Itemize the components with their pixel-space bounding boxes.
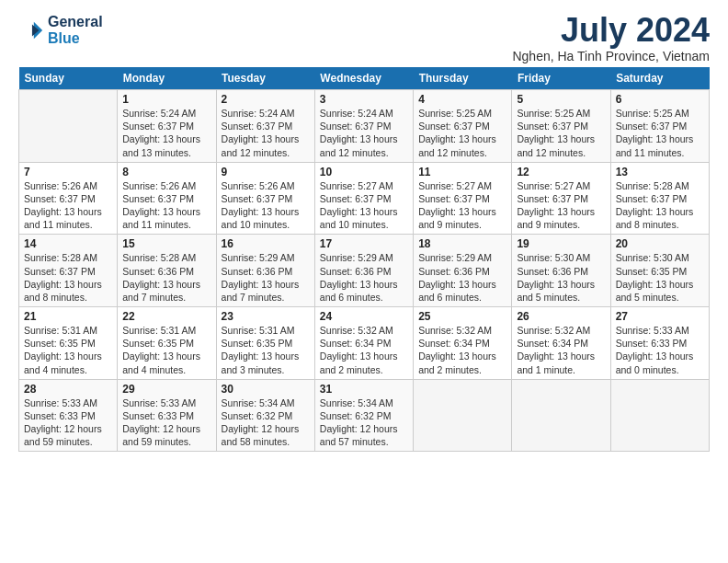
day-info: Sunrise: 5:32 AMSunset: 6:34 PMDaylight:… [517,325,595,375]
day-number: 13 [616,166,704,178]
day-number: 25 [418,310,506,323]
calendar-cell: 6 Sunrise: 5:25 AMSunset: 6:37 PMDayligh… [610,90,709,163]
calendar-week-1: 1 Sunrise: 5:24 AMSunset: 6:37 PMDayligh… [19,90,710,163]
calendar-cell: 2 Sunrise: 5:24 AMSunset: 6:37 PMDayligh… [216,90,314,163]
logo: General Blue [18,14,103,47]
day-info: Sunrise: 5:24 AMSunset: 6:37 PMDaylight:… [122,108,200,158]
day-info: Sunrise: 5:27 AMSunset: 6:37 PMDaylight:… [517,180,595,231]
calendar-cell [610,379,709,452]
calendar-cell: 31 Sunrise: 5:34 AMSunset: 6:32 PMDaylig… [314,379,413,452]
calendar-table: SundayMondayTuesdayWednesdayThursdayFrid… [18,67,710,452]
day-number: 7 [24,166,112,178]
day-number: 11 [418,166,506,178]
calendar-cell [512,379,610,452]
calendar-cell: 8 Sunrise: 5:26 AMSunset: 6:37 PMDayligh… [118,162,216,235]
day-number: 23 [222,310,310,323]
day-info: Sunrise: 5:33 AMSunset: 6:33 PMDaylight:… [122,397,200,448]
day-info: Sunrise: 5:33 AMSunset: 6:33 PMDaylight:… [616,325,694,375]
weekday-header-sunday: Sunday [19,67,118,90]
title-block: July 2024 Nghen, Ha Tinh Province, Vietn… [512,14,710,63]
calendar-cell: 7 Sunrise: 5:26 AMSunset: 6:37 PMDayligh… [19,162,118,235]
day-number: 5 [517,93,605,106]
calendar-cell: 22 Sunrise: 5:31 AMSunset: 6:35 PMDaylig… [118,307,216,380]
day-info: Sunrise: 5:31 AMSunset: 6:35 PMDaylight:… [222,325,300,375]
day-info: Sunrise: 5:25 AMSunset: 6:37 PMDaylight:… [418,108,496,158]
day-number: 14 [24,237,112,250]
day-number: 9 [222,166,310,178]
calendar-cell: 12 Sunrise: 5:27 AMSunset: 6:37 PMDaylig… [512,162,610,235]
calendar-cell [414,379,512,452]
day-number: 29 [122,383,210,396]
day-info: Sunrise: 5:26 AMSunset: 6:37 PMDaylight:… [122,180,200,231]
calendar-cell: 28 Sunrise: 5:33 AMSunset: 6:33 PMDaylig… [19,379,118,452]
day-info: Sunrise: 5:24 AMSunset: 6:37 PMDaylight:… [222,108,300,158]
day-number: 31 [320,383,408,396]
calendar-cell: 17 Sunrise: 5:29 AMSunset: 6:36 PMDaylig… [314,235,413,307]
calendar-cell: 13 Sunrise: 5:28 AMSunset: 6:37 PMDaylig… [610,162,709,235]
day-number: 17 [320,237,408,250]
calendar-week-2: 7 Sunrise: 5:26 AMSunset: 6:37 PMDayligh… [19,162,710,235]
day-info: Sunrise: 5:31 AMSunset: 6:35 PMDaylight:… [122,325,200,375]
day-info: Sunrise: 5:32 AMSunset: 6:34 PMDaylight:… [320,325,398,375]
weekday-header-row: SundayMondayTuesdayWednesdayThursdayFrid… [19,67,710,90]
day-info: Sunrise: 5:32 AMSunset: 6:34 PMDaylight:… [418,325,496,375]
calendar-cell: 16 Sunrise: 5:29 AMSunset: 6:36 PMDaylig… [216,235,314,307]
day-number: 8 [122,166,210,178]
day-info: Sunrise: 5:30 AMSunset: 6:35 PMDaylight:… [616,252,694,303]
day-number: 4 [418,93,506,106]
day-info: Sunrise: 5:25 AMSunset: 6:37 PMDaylight:… [616,108,694,158]
calendar-cell: 27 Sunrise: 5:33 AMSunset: 6:33 PMDaylig… [610,307,709,380]
day-number: 18 [418,237,506,250]
day-number: 30 [222,383,310,396]
day-info: Sunrise: 5:29 AMSunset: 6:36 PMDaylight:… [320,252,398,303]
calendar-week-5: 28 Sunrise: 5:33 AMSunset: 6:33 PMDaylig… [19,379,710,452]
weekday-header-thursday: Thursday [414,67,512,90]
day-info: Sunrise: 5:34 AMSunset: 6:32 PMDaylight:… [222,397,300,448]
logo-text: General Blue [48,14,103,47]
logo-icon [18,17,44,43]
calendar-cell: 18 Sunrise: 5:29 AMSunset: 6:36 PMDaylig… [414,235,512,307]
day-info: Sunrise: 5:33 AMSunset: 6:33 PMDaylight:… [24,397,102,448]
calendar-cell: 5 Sunrise: 5:25 AMSunset: 6:37 PMDayligh… [512,90,610,163]
header: General Blue July 2024 Nghen, Ha Tinh Pr… [18,14,710,63]
calendar-cell: 20 Sunrise: 5:30 AMSunset: 6:35 PMDaylig… [610,235,709,307]
calendar-cell: 14 Sunrise: 5:28 AMSunset: 6:37 PMDaylig… [19,235,118,307]
calendar-cell: 23 Sunrise: 5:31 AMSunset: 6:35 PMDaylig… [216,307,314,380]
day-info: Sunrise: 5:25 AMSunset: 6:37 PMDaylight:… [517,108,595,158]
calendar-cell: 4 Sunrise: 5:25 AMSunset: 6:37 PMDayligh… [414,90,512,163]
day-info: Sunrise: 5:26 AMSunset: 6:37 PMDaylight:… [24,180,102,231]
weekday-header-monday: Monday [118,67,216,90]
day-info: Sunrise: 5:27 AMSunset: 6:37 PMDaylight:… [320,180,398,231]
calendar-cell: 26 Sunrise: 5:32 AMSunset: 6:34 PMDaylig… [512,307,610,380]
calendar-cell [19,90,118,163]
day-number: 28 [24,383,112,396]
day-number: 10 [320,166,408,178]
page-container: General Blue July 2024 Nghen, Ha Tinh Pr… [0,0,728,461]
day-number: 20 [616,237,704,250]
calendar-cell: 9 Sunrise: 5:26 AMSunset: 6:37 PMDayligh… [216,162,314,235]
day-info: Sunrise: 5:24 AMSunset: 6:37 PMDaylight:… [320,108,398,158]
day-number: 12 [517,166,605,178]
weekday-header-wednesday: Wednesday [314,67,413,90]
day-number: 24 [320,310,408,323]
calendar-cell: 11 Sunrise: 5:27 AMSunset: 6:37 PMDaylig… [414,162,512,235]
day-number: 19 [517,237,605,250]
calendar-cell: 10 Sunrise: 5:27 AMSunset: 6:37 PMDaylig… [314,162,413,235]
day-number: 6 [616,93,704,106]
day-info: Sunrise: 5:28 AMSunset: 6:36 PMDaylight:… [122,252,200,303]
calendar-cell: 24 Sunrise: 5:32 AMSunset: 6:34 PMDaylig… [314,307,413,380]
location-subtitle: Nghen, Ha Tinh Province, Vietnam [512,49,710,63]
calendar-cell: 15 Sunrise: 5:28 AMSunset: 6:36 PMDaylig… [118,235,216,307]
calendar-cell: 30 Sunrise: 5:34 AMSunset: 6:32 PMDaylig… [216,379,314,452]
day-number: 27 [616,310,704,323]
day-number: 22 [122,310,210,323]
day-number: 16 [222,237,310,250]
day-info: Sunrise: 5:29 AMSunset: 6:36 PMDaylight:… [222,252,300,303]
calendar-cell: 21 Sunrise: 5:31 AMSunset: 6:35 PMDaylig… [19,307,118,380]
calendar-cell: 19 Sunrise: 5:30 AMSunset: 6:36 PMDaylig… [512,235,610,307]
calendar-week-3: 14 Sunrise: 5:28 AMSunset: 6:37 PMDaylig… [19,235,710,307]
calendar-week-4: 21 Sunrise: 5:31 AMSunset: 6:35 PMDaylig… [19,307,710,380]
calendar-cell: 29 Sunrise: 5:33 AMSunset: 6:33 PMDaylig… [118,379,216,452]
weekday-header-tuesday: Tuesday [216,67,314,90]
day-info: Sunrise: 5:34 AMSunset: 6:32 PMDaylight:… [320,397,398,448]
